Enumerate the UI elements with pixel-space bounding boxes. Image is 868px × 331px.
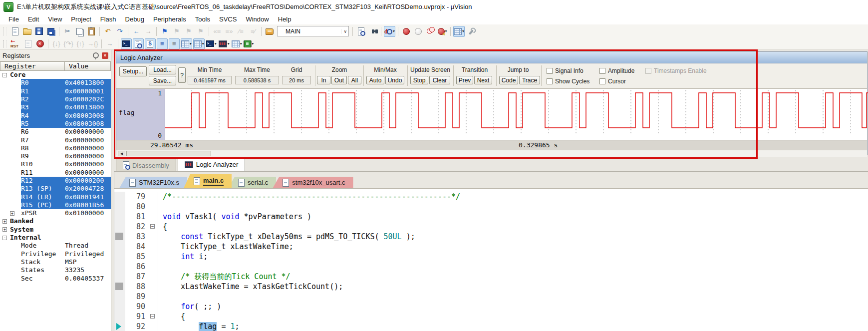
- tree-expander-icon[interactable]: -: [2, 73, 7, 77]
- tree-expander-icon[interactable]: -: [2, 236, 7, 240]
- disassembly-window-button[interactable]: [133, 38, 144, 49]
- fold-margin[interactable]: −: [149, 312, 158, 322]
- clear-bookmarks-button[interactable]: ⚑: [195, 26, 206, 37]
- code-line-81[interactable]: 81void vTask1( void *pvParameters ): [114, 212, 868, 222]
- register-row-r14-lr-[interactable]: R14 (LR)0x08001941: [0, 193, 111, 201]
- find-button[interactable]: [367, 26, 378, 37]
- fold-margin[interactable]: [149, 252, 158, 262]
- step-into-button[interactable]: {↓}: [51, 38, 62, 49]
- register-row-mode[interactable]: ModeThread: [0, 242, 111, 250]
- comment-selection-button[interactable]: ∕≡: [236, 26, 247, 37]
- fold-margin[interactable]: [149, 302, 158, 312]
- registers-window-button[interactable]: ≡: [157, 38, 168, 49]
- disable-all-breakpoints-button[interactable]: [425, 26, 436, 37]
- code-line-79[interactable]: 79/*------------------------------------…: [114, 192, 868, 202]
- register-row-r6[interactable]: R60x00000000: [0, 128, 111, 136]
- menu-window[interactable]: Window: [241, 14, 273, 24]
- help-button[interactable]: ?: [178, 67, 186, 83]
- line-number[interactable]: 92: [125, 322, 149, 331]
- zoom-out-button[interactable]: Out: [331, 76, 347, 84]
- line-number[interactable]: 84: [125, 242, 149, 252]
- register-row-core[interactable]: -Core: [0, 71, 111, 79]
- reset-cpu-button[interactable]: [9, 38, 21, 49]
- show-next-statement-button[interactable]: →: [104, 38, 115, 49]
- command-window-button[interactable]: [121, 38, 132, 49]
- new-file-button[interactable]: [9, 26, 20, 37]
- register-row-r11[interactable]: R110x00000000: [0, 169, 111, 177]
- register-row-privilege[interactable]: PrivilegePrivileged: [0, 250, 111, 258]
- save-button[interactable]: Save...: [149, 76, 176, 85]
- register-row-xpsr[interactable]: +xPSR0x01000000: [0, 209, 111, 217]
- code-area[interactable]: 79/*------------------------------------…: [114, 189, 868, 331]
- fold-collapse-icon[interactable]: −: [150, 224, 155, 229]
- transition-prev-button[interactable]: Prev: [456, 76, 473, 84]
- register-row-r4[interactable]: R40x08003008: [0, 111, 111, 119]
- cut-button[interactable]: ✂: [62, 26, 73, 37]
- code-line-87[interactable]: 87 /* 获得当前的Tick Count */: [114, 272, 868, 282]
- navigate-back-button[interactable]: ←: [131, 26, 142, 37]
- step-over-button[interactable]: {↷}: [63, 38, 74, 49]
- open-file-button[interactable]: [21, 26, 32, 37]
- call-stack-window-button[interactable]: ≡: [169, 38, 180, 49]
- register-row-r15-pc-[interactable]: R15 (PC)0x08001B56: [0, 201, 111, 209]
- fold-margin[interactable]: [149, 262, 158, 272]
- line-number[interactable]: 85: [125, 252, 149, 262]
- menu-view[interactable]: View: [43, 14, 66, 24]
- waveform-area[interactable]: 1 flag 0: [116, 89, 867, 140]
- menu-svcs[interactable]: SVCS: [215, 14, 241, 24]
- fold-margin[interactable]: [149, 232, 158, 242]
- register-row-r10[interactable]: R100x00000000: [0, 160, 111, 168]
- fold-margin[interactable]: [149, 282, 158, 292]
- navigate-forward-button[interactable]: →: [143, 26, 154, 37]
- code-line-92[interactable]: 92 flag = 1;: [114, 322, 868, 331]
- fold-margin[interactable]: [149, 192, 158, 202]
- file-tab-main-c[interactable]: main.c: [184, 174, 232, 188]
- code-line-88[interactable]: 88 xLastWakeTime = xTaskGetTickCount();: [114, 282, 868, 292]
- line-number[interactable]: 80: [125, 202, 149, 212]
- redo-button[interactable]: ↷: [114, 26, 125, 37]
- menu-file[interactable]: File: [4, 14, 23, 24]
- dock-tab-disassembly[interactable]: Disassembly: [116, 159, 176, 171]
- scrollbar-thumb[interactable]: [126, 151, 211, 156]
- step-out-button[interactable]: {↑}: [75, 38, 86, 49]
- minmax-auto-button[interactable]: Auto: [366, 76, 384, 84]
- line-number[interactable]: 87: [125, 272, 149, 282]
- register-row-r3[interactable]: R30x40013800: [0, 103, 111, 111]
- line-number[interactable]: 90: [125, 302, 149, 312]
- quick-find-button[interactable]: ▾: [384, 26, 395, 37]
- code-line-89[interactable]: 89: [114, 292, 868, 302]
- stop-debug-button[interactable]: [34, 38, 45, 49]
- register-row-internal[interactable]: -Internal: [0, 234, 111, 242]
- breakpoint-gutter[interactable]: [114, 242, 125, 252]
- fold-margin[interactable]: −: [149, 222, 158, 232]
- register-row-r5[interactable]: R50x08003008: [0, 120, 111, 128]
- menu-debug[interactable]: Debug: [121, 14, 149, 24]
- paste-button[interactable]: [86, 26, 97, 37]
- analysis-window-button[interactable]: ▾: [218, 38, 230, 49]
- watch-window-button[interactable]: ▾: [181, 38, 192, 49]
- save-all-button[interactable]: [45, 26, 56, 37]
- register-row-r13-sp-[interactable]: R13 (SP)0x20004728: [0, 185, 111, 193]
- menu-project[interactable]: Project: [66, 14, 95, 24]
- timestamps-enable-checkbox[interactable]: Timestamps Enable: [645, 67, 707, 74]
- line-number[interactable]: 89: [125, 292, 149, 302]
- tree-expander-icon[interactable]: +: [10, 211, 14, 216]
- save-button[interactable]: [33, 26, 44, 37]
- undo-button[interactable]: ↶: [102, 26, 113, 37]
- breakpoint-gutter[interactable]: [114, 312, 125, 322]
- register-row-r2[interactable]: R20x0000202C: [0, 95, 111, 103]
- find-in-files-button[interactable]: [355, 26, 366, 37]
- fold-margin[interactable]: [149, 272, 158, 282]
- setup-button[interactable]: Setup...: [119, 66, 147, 76]
- copy-button[interactable]: [74, 26, 85, 37]
- fold-margin[interactable]: [149, 242, 158, 252]
- logic-analyzer-title-bar[interactable]: Logic Analyzer: [116, 52, 867, 63]
- update-clear-button[interactable]: Clear: [429, 76, 450, 84]
- uncomment-selection-button[interactable]: ≡∕: [248, 26, 259, 37]
- line-number[interactable]: 86: [125, 262, 149, 272]
- breakpoint-gutter[interactable]: [114, 192, 125, 202]
- trace-window-button[interactable]: ▾: [231, 38, 243, 49]
- line-number[interactable]: 79: [125, 192, 149, 202]
- fold-margin[interactable]: [149, 212, 158, 222]
- tree-expander-icon[interactable]: +: [2, 227, 7, 232]
